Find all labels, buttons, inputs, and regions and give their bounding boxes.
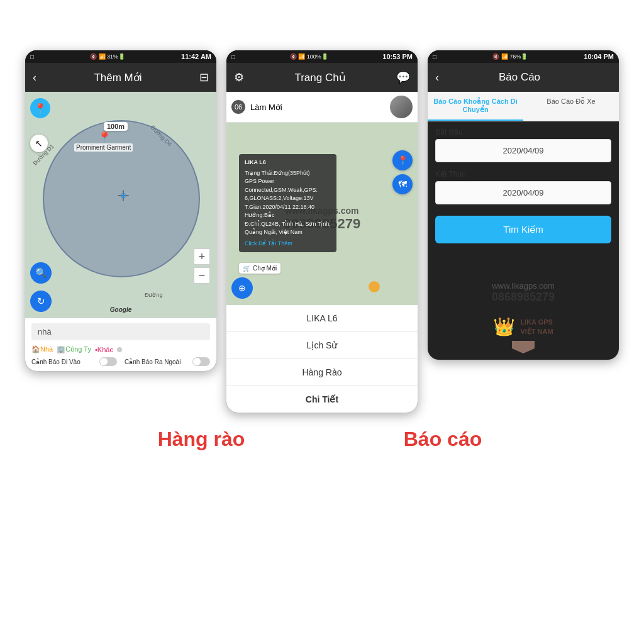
phone3-watermark-phone: 0868985279 — [434, 291, 613, 304]
phone1-location-pin: 📍 — [97, 131, 111, 145]
phone1-search-icon: 🔍 — [35, 267, 47, 279]
phone2-popup-line5: T.Gian:2020/04/11 22:16:40 — [245, 203, 331, 212]
phone2-popup-title: LIKA L6 — [245, 158, 331, 167]
phone2-map-right-buttons: 📍 🗺 — [392, 150, 413, 194]
phone2-menu-item-lika[interactable]: LIKA L6 — [226, 305, 418, 332]
phone1-toggle2-switch[interactable] — [192, 357, 210, 366]
phone2-map-btn-bottom[interactable]: ⊕ — [231, 277, 253, 299]
phone1-crosshair — [117, 189, 130, 202]
phone3-status-left: □ — [433, 53, 436, 60]
phone2-map-icon: 🗺 — [398, 179, 407, 189]
phone3-app-bar: ‹ Báo Cáo — [428, 63, 619, 92]
phone1-time: 11:42 AM — [181, 53, 211, 60]
phone1-name-input[interactable]: nhà — [31, 323, 210, 340]
phone2-info-popup[interactable]: LIKA L6 Trạng Thái:Đứng(35Phút) GPS Powe… — [239, 154, 336, 252]
phone-3-frame: □ 🔇 📶 76%🔋 10:04 PM ‹ Báo Cáo Báo Cáo Kh… — [428, 50, 619, 360]
phone3-logo: 👑 LIKA GPS VIỆT NAM — [428, 316, 619, 337]
phone2-chat-button[interactable]: 💬 — [396, 70, 410, 84]
phone3-tab-distance[interactable]: Báo Cáo Khoảng Cách Di Chuyển — [428, 92, 523, 121]
label-empty — [20, 428, 141, 451]
phone2-map-btn-2[interactable]: 🗺 — [392, 174, 413, 194]
phone3-title: Báo Cáo — [499, 71, 540, 84]
phone1-toggle1-label: Cảnh Báo Đi Vào — [31, 358, 97, 365]
phone2-popup-line4: 6,GLONASS:2,Voltage:13V — [245, 194, 331, 203]
phone2-map-bottom-icon: ⊕ — [238, 283, 246, 293]
phone2-lam-moi-label: Làm Mới — [250, 103, 282, 112]
phone2-menu-item-chi-tiet[interactable]: Chi Tiết — [226, 386, 418, 413]
phone3-bat-dau-label: Bắt Đầu — [435, 128, 611, 136]
phone2-popup-line8: Quảng Ngãi, Việt Nam — [245, 228, 331, 237]
phone1-radius-label: 100m — [104, 122, 128, 131]
phone2-settings-button[interactable]: ⚙ — [234, 70, 244, 84]
phone1-tag-company[interactable]: 🏢Công Ty — [57, 345, 91, 353]
phone2-cho-moi-text: Chợ Mới — [253, 265, 277, 272]
label-empty-2 — [262, 428, 382, 451]
phone1-toggle2-label: Cảnh Báo Ra Ngoài — [125, 358, 190, 365]
phone3-ket-thuc-date[interactable]: 2020/04/09 — [435, 181, 611, 204]
phone1-form: nhà 🏠Nhà 🏢Công Ty •Khác Cảnh Báo Đi Vào … — [25, 318, 216, 371]
phone3-tabs: Báo Cáo Khoảng Cách Di Chuyển Báo Cáo Đỗ… — [428, 92, 619, 121]
phone2-status-icons: 🔇 📶 100%🔋 — [290, 53, 328, 60]
phone2-map-btn-1[interactable]: 📍 — [392, 150, 413, 170]
label-empty-3 — [503, 428, 624, 451]
phone2-status-left: □ — [231, 53, 235, 60]
phone1-title: Thêm Mới — [94, 71, 142, 84]
phone3-signal-icons: 🔇 📶 76%🔋 — [492, 53, 528, 60]
phone1-refresh-button[interactable]: ↻ — [30, 291, 52, 312]
phone3-crown-icon: 👑 — [493, 316, 515, 337]
phone3-shield-bottom — [512, 341, 535, 353]
phone1-back-button[interactable]: ‹ — [33, 71, 36, 84]
phone2-time: 10:53 PM — [382, 53, 413, 60]
phone1-tag-other-circle — [117, 347, 122, 352]
phone3-search-button[interactable]: Tim Kiếm — [435, 216, 611, 243]
phone1-toggle1-switch[interactable] — [99, 357, 117, 366]
phone1-search-button[interactable]: 🔍 — [30, 262, 52, 284]
phone1-google-label: Google — [110, 306, 131, 313]
phone3-logo-line1: LIKA GPS — [520, 318, 553, 326]
phone1-zoom-minus-button[interactable]: − — [194, 267, 210, 284]
phone-1-frame: □ 🔇 📶 31%🔋 11:42 AM ‹ Thêm Mới ⊟ 📍 ↖ Đườ… — [25, 50, 216, 371]
phone3-form: Bắt Đầu 2020/04/09 Kết Thúc 2020/04/09 T… — [428, 121, 619, 250]
phone2-signal-icons: 🔇 📶 100%🔋 — [290, 53, 328, 60]
phone1-tag-house[interactable]: 🏠Nhà — [31, 345, 53, 353]
phone2-orange-dot — [369, 281, 380, 292]
phone2-menu-item-hang-rao[interactable]: Hàng Rào — [226, 359, 418, 386]
phone3-time: 10:04 PM — [584, 53, 614, 60]
phone1-zoom-plus-button[interactable]: + — [194, 248, 210, 265]
phone-2-frame: □ 🔇 📶 100%🔋 10:53 PM ⚙ Trang Chủ 💬 06 Là… — [226, 50, 418, 413]
phone2-popup-line7: Đ.Chỉ:QL24B, Tỉnh Hà, Sơn Tịnh, — [245, 220, 331, 229]
phone2-popup-line1: Trạng Thái:Đứng(35Phút) — [245, 169, 331, 178]
phone2-title: Trang Chủ — [294, 71, 345, 84]
phone1-tag-other[interactable]: •Khác — [95, 346, 113, 353]
phone2-gps-icon: 📍 — [397, 155, 408, 165]
phone1-tags-row: 🏠Nhà 🏢Công Ty •Khác — [31, 345, 210, 353]
phone1-status-bar: □ 🔇 📶 31%🔋 11:42 AM — [25, 50, 216, 63]
phone1-save-button[interactable]: ⊟ — [199, 70, 209, 84]
phone1-toggles-row: Cảnh Báo Đi Vào Cảnh Báo Ra Ngoài — [31, 357, 210, 366]
phone3-back-button[interactable]: ‹ — [435, 71, 439, 84]
phone2-menu-item-lich-su[interactable]: Lịch Sử — [226, 332, 418, 359]
phone2-popup-line6: Hướng:Bắc — [245, 211, 331, 220]
phone3-watermark-url: www.likagps.com — [434, 281, 613, 291]
phone3-bat-dau-date[interactable]: 2020/04/09 — [435, 139, 611, 162]
phone2-app-bar: ⚙ Trang Chủ 💬 — [226, 63, 418, 92]
phone1-location-name: Prominent Garment — [74, 143, 133, 152]
phone1-cursor-icon: ↖ — [35, 138, 43, 148]
phone1-road-label-3: Đường — [145, 292, 163, 298]
phone2-avatar — [390, 96, 413, 118]
label-bao-cao: Báo cáo — [382, 428, 503, 451]
phone3-status-icons: 🔇 📶 76%🔋 — [492, 53, 528, 60]
phone3-tab-parking[interactable]: Báo Cáo Đỗ Xe — [523, 92, 619, 121]
phone3-logo-text: LIKA GPS VIỆT NAM — [520, 318, 553, 336]
phone1-status-left: □ — [30, 53, 34, 60]
labels-row: Hàng rào Báo cáo — [20, 428, 624, 451]
phones-row: □ 🔇 📶 31%🔋 11:42 AM ‹ Thêm Mới ⊟ 📍 ↖ Đườ… — [20, 50, 624, 413]
phone1-map-btn-location[interactable]: 📍 — [30, 98, 50, 118]
phone1-refresh-icon: ↻ — [37, 296, 45, 307]
phone3-ket-thuc-label: Kết Thúc — [435, 170, 611, 179]
svg-point-3 — [123, 195, 125, 197]
phone1-signal-icons: 🔇 📶 31%🔋 — [90, 53, 125, 60]
phone3-watermark: www.likagps.com 0868985279 — [428, 275, 619, 310]
phone2-popup-click-label[interactable]: Click Để Tải Thêm — [245, 240, 331, 248]
phone1-location-icon: 📍 — [34, 103, 47, 114]
